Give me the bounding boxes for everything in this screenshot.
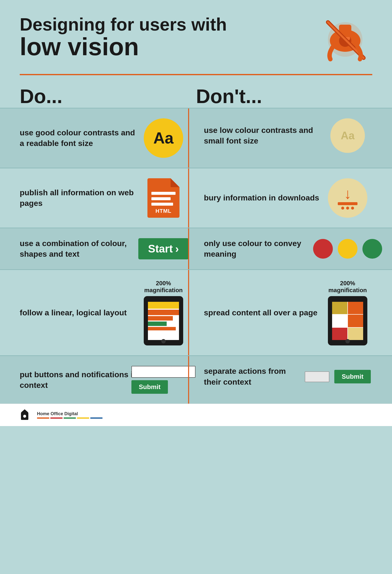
row-5-do: put buttons and notifications in context… [20, 356, 188, 404]
tablet-good-container: 200% magnification [139, 280, 188, 346]
columns-header: Do... Don't... [0, 75, 392, 108]
row-3-do-icon: Start › [139, 238, 188, 259]
row-5-columns: put buttons and notifications in context… [20, 356, 372, 404]
tablet-bad-container: 200% magnification [323, 280, 372, 346]
row-5-dont: separate actions from their context Subm… [188, 356, 372, 404]
start-button[interactable]: Start › [138, 238, 189, 259]
bts-cell-6 [348, 328, 363, 340]
row-3-do: use a combination of colour, shapes and … [20, 228, 188, 269]
row-1-do-inner: use good colour contrasts and a readable… [20, 118, 188, 158]
page-wrapper: Designing for users with low vision [0, 0, 392, 574]
row-1-dont-inner: use low colour contrasts and small font … [204, 118, 372, 153]
row-4-dont-inner: spread content all over a page 200% magn… [204, 280, 372, 346]
row-4-do-inner: follow a linear, logical layout 200% mag… [20, 280, 188, 346]
row-5-dont-text: separate actions from their context [204, 366, 303, 387]
tablet-home-button [161, 339, 166, 344]
aa-good-icon: Aa [144, 118, 183, 158]
row-1-dont-icon: Aa [323, 118, 372, 153]
row-3-do-inner: use a combination of colour, shapes and … [20, 238, 188, 259]
color-circles-icon [313, 239, 382, 259]
row-1-do-text: use good colour contrasts and a readable… [20, 127, 139, 149]
bts-cell-5 [332, 328, 347, 340]
row-4-do-icon: 200% magnification [139, 280, 188, 346]
row-1-columns: use good colour contrasts and a readable… [20, 108, 372, 168]
row-4-dont-text: spread content all over a page [204, 308, 323, 318]
tablet-good-caption: 200% magnification [139, 280, 188, 294]
row-5-dont-inner: separate actions from their context Subm… [204, 366, 372, 387]
row-3-columns: use a combination of colour, shapes and … [20, 228, 372, 269]
form-input-good[interactable] [131, 366, 196, 378]
row-2-dont-icon: ↓ [323, 178, 372, 218]
footer-org-name: Home Office Digital [37, 411, 103, 416]
row-1-section: use good colour contrasts and a readable… [0, 108, 392, 168]
submit-button-bad[interactable]: Submit [334, 370, 371, 383]
row-3-dont-text: only use colour to convey meaning [204, 238, 323, 259]
row-1-do-icon: Aa [139, 118, 188, 158]
footer-color-bar [37, 416, 103, 419]
footer-badge: Home Office Digital [37, 411, 103, 419]
row-4-do: follow a linear, logical layout 200% mag… [20, 270, 188, 355]
row-3-dont-icon [323, 239, 372, 259]
footer-logo-area: Home Office Digital [20, 409, 103, 421]
row-2-dont-text: bury information in downloads [204, 193, 323, 203]
tablet-bad-icon [328, 296, 367, 346]
tablet-good-content [148, 302, 179, 340]
footer: Home Office Digital [0, 404, 392, 426]
bts-cell-3 [332, 315, 347, 327]
yellow-circle [338, 239, 357, 259]
download-icon: ↓ [328, 178, 367, 218]
header-title-top: Designing for users with [20, 15, 318, 34]
tablet-good-screen [148, 302, 179, 340]
row-3-do-text: use a combination of colour, shapes and … [20, 238, 139, 259]
submit-button-good[interactable]: Submit [131, 380, 168, 394]
row-2-dont-inner: bury information in downloads ↓ [204, 178, 372, 218]
eye-icon [318, 15, 372, 64]
tablet-bad-content [332, 302, 363, 340]
row-2-do-text: publish all information on web pages [20, 187, 139, 209]
form-good-icon: Submit [131, 366, 196, 394]
header-text: Designing for users with low vision [20, 15, 318, 59]
bts-cell-2 [348, 302, 363, 314]
tablet-good-icon [144, 296, 183, 346]
row-2-columns: publish all information on web pages [20, 168, 372, 227]
download-arrow-icon: ↓ [344, 186, 351, 201]
row-4-columns: follow a linear, logical layout 200% mag… [20, 270, 372, 355]
do-header: Do... [20, 85, 196, 108]
row-3-dont: only use colour to convey meaning [188, 228, 372, 269]
red-circle [313, 239, 333, 259]
row-4-dont: spread content all over a page 200% magn… [188, 270, 372, 355]
row-1-dont: use low colour contrasts and small font … [188, 108, 372, 168]
bts-cell-1 [332, 302, 347, 314]
svg-marker-8 [21, 409, 28, 412]
html-document-icon: HTML [147, 178, 180, 218]
row-1-do: use good colour contrasts and a readable… [20, 108, 188, 168]
row-5-do-text: put buttons and notifications in context [20, 369, 139, 390]
row-4-dont-icon: 200% magnification [323, 280, 372, 346]
green-circle [362, 239, 382, 259]
tablet-bad-caption: 200% magnification [323, 280, 372, 294]
aa-bad-icon: Aa [330, 118, 365, 153]
row-3-dont-inner: only use colour to convey meaning [204, 238, 372, 259]
row-5-do-icon: Submit [139, 366, 188, 394]
tablet-bad-home-button [345, 339, 350, 344]
svg-point-9 [23, 415, 26, 418]
form-input-bad[interactable] [305, 371, 329, 382]
row-1-dont-text: use low colour contrasts and small font … [204, 125, 323, 146]
tablet-bad-screen [332, 302, 363, 340]
start-button-label: Start [148, 243, 173, 255]
row-2-do-icon: HTML [139, 178, 188, 218]
row-5-do-inner: put buttons and notifications in context… [20, 366, 188, 394]
row-2-do: publish all information on web pages [20, 168, 188, 227]
html-label: HTML [147, 208, 180, 214]
row-4-do-text: follow a linear, logical layout [20, 308, 139, 318]
header-title-bottom: low vision [20, 34, 318, 59]
row-5-dont-icon: Submit [303, 370, 372, 383]
crown-icon [20, 409, 30, 421]
bts-cell-4 [348, 315, 363, 327]
start-arrow-icon: › [175, 243, 179, 255]
row-2-section: publish all information on web pages [0, 168, 392, 227]
form-bad-icon: Submit [305, 370, 371, 383]
row-3-section: use a combination of colour, shapes and … [0, 227, 392, 269]
header-section: Designing for users with low vision [0, 0, 392, 74]
row-2-do-inner: publish all information on web pages [20, 178, 188, 218]
